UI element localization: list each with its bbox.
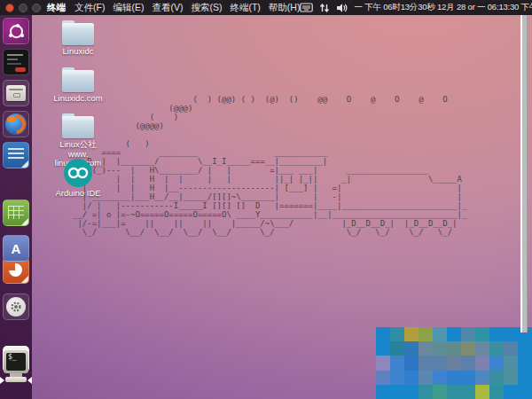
mosaic-cell xyxy=(376,327,390,341)
mosaic-cell xyxy=(518,385,532,399)
mosaic-cell xyxy=(489,327,504,341)
mosaic-cell xyxy=(419,341,433,356)
mosaic-cell xyxy=(433,385,447,399)
clock[interactable]: 一 下午 06时13分30秒 12月 28 or 一 06:13:30 下午 1… xyxy=(354,2,532,13)
global-menu-bar: 终端 文件(F) 编辑(E) 查看(V) 搜索(S) 终端(T) 帮助(H) 一… xyxy=(0,0,532,15)
menu-terminal[interactable]: 终端(T) xyxy=(230,2,260,14)
launcher-item-files[interactable] xyxy=(3,80,29,106)
unmaximize-button[interactable] xyxy=(19,4,27,12)
terminal-monitor-icon: $_ xyxy=(4,350,28,373)
desktop-icon-linuxidc[interactable]: Linuxidc xyxy=(50,20,106,57)
unity-launcher: A a ✓ $_ xyxy=(0,15,32,399)
mosaic-overlay xyxy=(376,327,532,399)
network-updown-icon[interactable] xyxy=(319,3,330,13)
folder-icon xyxy=(62,70,94,92)
firefox-icon xyxy=(5,113,27,135)
mosaic-cell xyxy=(447,385,461,399)
calc-spreadsheet-icon xyxy=(8,206,24,219)
mosaic-cell xyxy=(376,341,390,356)
mosaic-cell xyxy=(475,341,489,356)
launcher-item-terminal-preview[interactable] xyxy=(3,49,29,75)
mosaic-cell xyxy=(489,356,504,370)
mosaic-cell xyxy=(447,356,461,370)
maximize-button[interactable] xyxy=(32,4,41,12)
launcher-item-software-center[interactable]: A xyxy=(3,235,29,262)
mosaic-cell xyxy=(461,341,475,356)
menu-edit[interactable]: 编辑(E) xyxy=(113,2,144,14)
folder-icon xyxy=(62,116,94,138)
launcher-item-terminal[interactable]: $_ xyxy=(3,350,29,387)
volume-icon[interactable] xyxy=(336,3,348,13)
folder-icon xyxy=(62,23,94,45)
impress-presentation-icon xyxy=(9,263,22,277)
arduino-icon xyxy=(64,159,92,187)
mosaic-cell xyxy=(504,356,518,370)
mosaic-cell xyxy=(489,371,504,385)
mosaic-cell xyxy=(390,341,404,356)
mosaic-cell xyxy=(447,371,461,385)
mosaic-cell xyxy=(404,327,419,341)
mosaic-cell xyxy=(390,385,404,399)
mosaic-cell xyxy=(390,327,404,341)
mosaic-cell xyxy=(461,371,475,385)
writer-document-icon xyxy=(8,148,24,160)
mosaic-cell xyxy=(433,371,447,385)
close-button[interactable] xyxy=(5,4,14,12)
indicator-tray: 一 下午 06时13分30秒 12月 28 or 一 06:13:30 下午 1… xyxy=(300,2,532,14)
menu-file[interactable]: 文件(F) xyxy=(74,2,105,14)
launcher-item-libreoffice-calc[interactable] xyxy=(3,200,29,226)
terminal-scrollbar[interactable] xyxy=(520,15,528,332)
ascii-train-art: ( ) (@@) ( ) (@) () @@ O @ O @ O (@@@) (… xyxy=(73,95,466,237)
mosaic-cell xyxy=(376,356,390,370)
desktop-icon-label: Linuxidc.com xyxy=(50,94,106,104)
launcher-item-libreoffice-writer[interactable] xyxy=(3,142,29,168)
mosaic-cell xyxy=(419,385,433,399)
menu-view[interactable]: 查看(V) xyxy=(152,2,183,14)
mosaic-cell xyxy=(504,385,518,399)
mosaic-cell xyxy=(447,341,461,356)
desktop-icon-label: Linuxidc xyxy=(50,47,106,57)
mosaic-cell xyxy=(461,327,475,341)
mosaic-cell xyxy=(518,356,532,370)
app-title[interactable]: 终端 xyxy=(47,2,66,14)
mosaic-cell xyxy=(461,356,475,370)
file-cabinet-icon xyxy=(6,85,26,101)
mosaic-cell xyxy=(504,371,518,385)
mosaic-cell xyxy=(475,356,489,370)
mosaic-cell xyxy=(419,356,433,370)
launcher-item-system-settings[interactable] xyxy=(3,293,29,320)
running-indicator-arrow xyxy=(0,377,4,384)
mosaic-cell xyxy=(404,385,419,399)
mosaic-cell xyxy=(390,356,404,370)
desktop-icon-linuxidc-com[interactable]: Linuxidc.com xyxy=(50,66,106,104)
mosaic-cell xyxy=(404,356,419,370)
mosaic-cell xyxy=(447,327,461,341)
ubuntu-logo-icon xyxy=(10,25,23,38)
software-center-icon: A xyxy=(12,241,21,256)
desktop-icon-label: Arduino IDE xyxy=(50,189,106,199)
settings-gear-icon xyxy=(6,297,26,317)
keyboard-icon[interactable] xyxy=(300,3,313,12)
mosaic-cell xyxy=(504,327,518,341)
focused-indicator-arrow xyxy=(27,377,32,384)
desktop-icon-arduino-ide[interactable]: Arduino IDE xyxy=(50,159,106,199)
launcher-item-firefox[interactable] xyxy=(3,111,29,137)
menu-help[interactable]: 帮助(H) xyxy=(269,2,301,14)
mosaic-cell xyxy=(376,385,390,399)
mosaic-cell xyxy=(475,385,489,399)
mosaic-cell xyxy=(404,371,419,385)
menu-search[interactable]: 搜索(S) xyxy=(191,2,222,14)
mosaic-cell xyxy=(475,371,489,385)
mosaic-cell xyxy=(419,327,433,341)
mosaic-cell xyxy=(433,327,447,341)
mosaic-cell xyxy=(489,341,504,356)
mosaic-cell xyxy=(404,341,419,356)
mosaic-cell xyxy=(433,341,447,356)
mosaic-cell xyxy=(390,371,404,385)
launcher-item-ubuntu-dash[interactable] xyxy=(3,18,29,44)
window-controls xyxy=(0,4,47,12)
mosaic-cell xyxy=(489,385,504,399)
mosaic-cell xyxy=(376,371,390,385)
mosaic-cell xyxy=(518,371,532,385)
mosaic-cell xyxy=(475,327,489,341)
